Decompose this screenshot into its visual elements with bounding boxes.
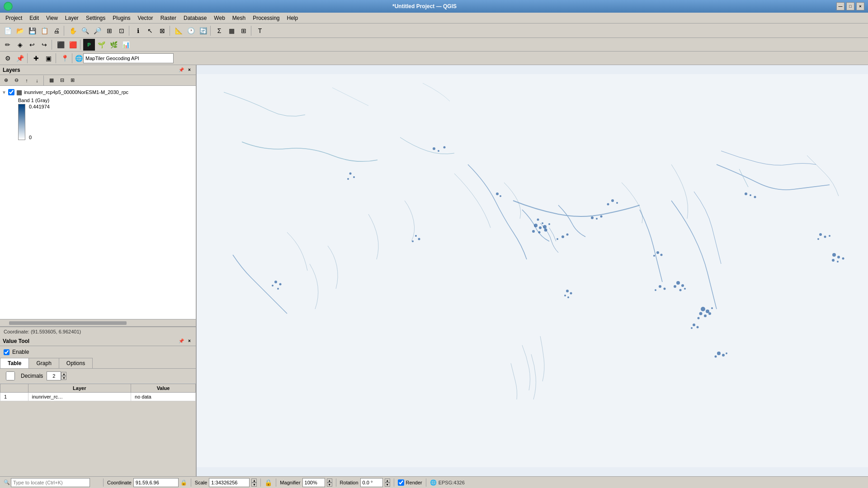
menu-web[interactable]: Web: [210, 14, 228, 22]
magnifier-spinner[interactable]: ▲ ▼: [327, 479, 332, 487]
node-tool-button[interactable]: ◈: [14, 39, 26, 51]
vt-panel-pin[interactable]: 📌: [178, 338, 185, 345]
svg-point-6: [539, 226, 542, 229]
layers-panel-close[interactable]: ×: [186, 66, 193, 74]
raster-calc-button[interactable]: ⬛: [55, 39, 66, 51]
vt-decimals-checkbox[interactable]: [4, 371, 17, 380]
maximize-button[interactable]: □: [846, 2, 854, 10]
pan-map-button[interactable]: ✋: [67, 25, 79, 37]
layers-panel-pin[interactable]: 📌: [178, 66, 185, 74]
menu-help[interactable]: Help: [283, 14, 302, 22]
measure-button[interactable]: 📐: [173, 25, 184, 37]
tab-graph[interactable]: Graph: [28, 358, 59, 368]
vt-decimals-up[interactable]: ▲: [61, 372, 66, 376]
digitize-button[interactable]: ✏: [2, 39, 14, 51]
menu-settings[interactable]: Settings: [82, 14, 109, 22]
magnifier-up[interactable]: ▲: [327, 479, 332, 483]
advanced-digitize-2[interactable]: ▣: [42, 52, 54, 64]
save-as-button[interactable]: 📋: [38, 25, 50, 37]
remove-layer-button[interactable]: ⊖: [11, 76, 21, 85]
rotation-up[interactable]: ▲: [385, 479, 390, 483]
scale-input[interactable]: [209, 478, 250, 487]
render-checkbox[interactable]: [398, 479, 404, 486]
menu-layer[interactable]: Layer: [61, 14, 82, 22]
undo-button[interactable]: ↩: [26, 39, 38, 51]
menu-vector[interactable]: Vector: [134, 14, 157, 22]
statistics-button[interactable]: Σ: [213, 25, 225, 37]
vt-panel-close[interactable]: ×: [186, 338, 193, 345]
raster-properties-button[interactable]: 🟥: [67, 39, 79, 51]
deselect-button[interactable]: ⊠: [156, 25, 168, 37]
print-button[interactable]: 🖨: [51, 25, 62, 37]
layer-filter-button[interactable]: ⊟: [57, 76, 67, 85]
layer-group-button[interactable]: ▦: [47, 76, 57, 85]
text-button[interactable]: T: [254, 25, 266, 37]
vt-enable-checkbox[interactable]: [4, 349, 9, 355]
svg-point-45: [607, 203, 609, 206]
tab-options[interactable]: Options: [59, 358, 93, 368]
tab-table[interactable]: Table: [0, 358, 29, 368]
menu-database[interactable]: Database: [180, 14, 210, 22]
magnifier-down[interactable]: ▼: [327, 483, 332, 487]
add-layer-button[interactable]: ⊕: [1, 76, 11, 85]
coordinate-display: Coordinate 🔒: [107, 478, 187, 487]
snap-config-button[interactable]: ⚙: [2, 52, 14, 64]
menu-raster[interactable]: Raster: [157, 14, 180, 22]
scale-spinner[interactable]: ▲ ▼: [251, 479, 257, 487]
layers-scrollbar-thumb[interactable]: [9, 321, 127, 325]
layer-expand-button[interactable]: ⊞: [67, 76, 77, 85]
svg-point-56: [817, 238, 819, 240]
redo-button[interactable]: ↪: [38, 39, 50, 51]
vt-decimals-spinner[interactable]: ▲ ▼: [61, 372, 66, 380]
scale-up[interactable]: ▲: [251, 479, 257, 483]
zoom-out-button[interactable]: 🔎: [91, 25, 103, 37]
menu-processing[interactable]: Processing: [249, 14, 283, 22]
vt-decimals-down[interactable]: ▼: [61, 376, 66, 380]
menu-plugins[interactable]: Plugins: [109, 14, 134, 22]
rotation-input[interactable]: [360, 478, 383, 487]
python-button[interactable]: P: [83, 39, 95, 51]
plugin-btn-2[interactable]: 🌿: [108, 39, 119, 51]
save-project-button[interactable]: 💾: [26, 25, 38, 37]
refresh-button[interactable]: 🔄: [197, 25, 209, 37]
layers-panel: Layers 📌 × ⊕ ⊖ ↑ ↓ ▦ ⊟ ⊞ ▼ ▦: [0, 65, 196, 327]
coordinate-input[interactable]: [133, 478, 179, 487]
rotation-spinner[interactable]: ▲ ▼: [385, 479, 390, 487]
menu-edit[interactable]: Edit: [26, 14, 42, 22]
map-tips-button[interactable]: 📍: [59, 52, 71, 64]
zoom-layer-button[interactable]: ⊡: [116, 25, 127, 37]
zoom-in-button[interactable]: 🔍: [79, 25, 91, 37]
layers-scrollbar[interactable]: [0, 319, 196, 326]
layer-down-button[interactable]: ↓: [32, 76, 42, 85]
geocoding-input[interactable]: [83, 53, 174, 63]
layer-up-button[interactable]: ↑: [22, 76, 32, 85]
map-area[interactable]: [197, 65, 868, 476]
plugin-btn-3[interactable]: 📊: [120, 39, 132, 51]
plugin-btn-1[interactable]: 🌱: [95, 39, 107, 51]
advanced-digitize-button[interactable]: ✚: [30, 52, 42, 64]
snap-layers-button[interactable]: 📌: [14, 52, 26, 64]
layer-visibility-checkbox[interactable]: [8, 89, 14, 95]
calculator-button[interactable]: ⊞: [238, 25, 250, 37]
scale-down[interactable]: ▼: [251, 483, 257, 487]
epsg-value[interactable]: EPSG:4326: [439, 480, 465, 485]
layer-expand-arrow[interactable]: ▼: [2, 90, 6, 95]
zoom-full-button[interactable]: ⊞: [104, 25, 115, 37]
identify-button[interactable]: ℹ: [132, 25, 144, 37]
svg-point-53: [819, 233, 822, 236]
select-button[interactable]: ↖: [144, 25, 156, 37]
temporal-button[interactable]: 🕐: [185, 25, 197, 37]
minimize-button[interactable]: —: [836, 2, 844, 10]
menu-mesh[interactable]: Mesh: [229, 14, 249, 22]
vt-decimals-input[interactable]: [47, 371, 61, 380]
table-button[interactable]: ▦: [226, 25, 237, 37]
new-project-button[interactable]: 📄: [2, 25, 14, 37]
rotation-down[interactable]: ▼: [385, 483, 390, 487]
svg-rect-1: [197, 74, 868, 467]
open-project-button[interactable]: 📂: [14, 25, 26, 37]
menu-view[interactable]: View: [42, 14, 61, 22]
menu-project[interactable]: Project: [2, 14, 26, 22]
close-button[interactable]: ×: [856, 2, 864, 10]
locate-input[interactable]: [11, 478, 90, 487]
magnifier-input[interactable]: [302, 478, 325, 487]
